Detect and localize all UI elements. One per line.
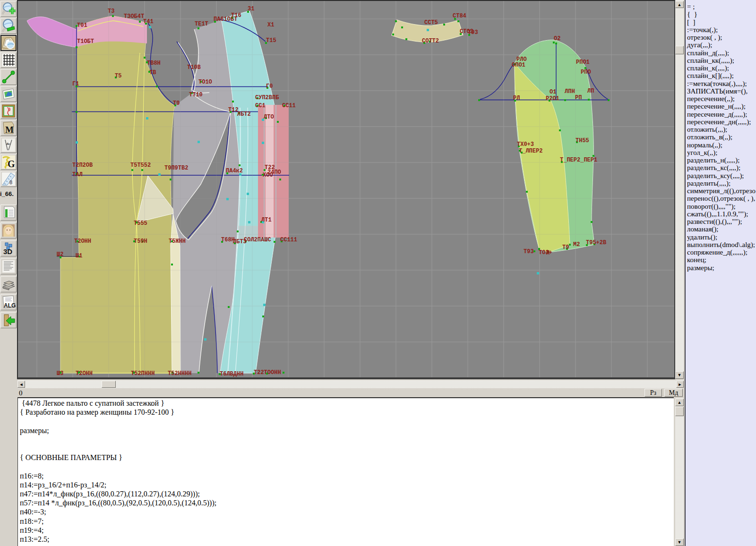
svg-text:ALG: ALG — [4, 302, 16, 309]
svg-text:M: M — [5, 125, 14, 135]
svg-text:ТВ: ТВ — [149, 69, 156, 76]
svg-text:ТЗОБ4Т: ТЗОБ4Т — [124, 13, 144, 20]
svg-text:Т5Т552: Т5Т552 — [130, 162, 151, 169]
svg-text:Т9: Т9 — [562, 244, 569, 251]
svg-text:РП: РП — [575, 94, 582, 101]
svg-text:ТХ0+3: ТХ0+3 — [517, 141, 534, 148]
svg-text:О1: О1 — [550, 89, 556, 95]
svg-text:Т10В: Т10В — [187, 64, 201, 71]
svg-text:РЛ: РЛ — [513, 95, 520, 102]
svg-text:ТВ8Н: ТВ8Н — [147, 60, 161, 67]
svg-text:ЛБТ2: ЛБТ2 — [237, 111, 251, 118]
svg-text:ОПО1: ОПО1 — [512, 62, 525, 68]
svg-text:Ш1: Ш1 — [76, 253, 82, 259]
svg-text:Т01: Т01 — [77, 22, 87, 29]
svg-text:Х1: Х1 — [267, 22, 274, 28]
svg-text:Т9: Т9 — [173, 100, 180, 107]
svg-text:СС1: СС1 — [255, 102, 266, 109]
svg-text:СС11: СС11 — [282, 102, 296, 109]
svg-text:ЛТО: ЛТО — [264, 114, 274, 120]
svg-text:СС111: СС111 — [280, 237, 297, 243]
svg-text:СОЛ2ПАШС: СОЛ2ПАШС — [244, 237, 271, 243]
svg-text:Р2О1: Р2О1 — [546, 95, 559, 102]
svg-text:ТТ10: ТТ10 — [189, 92, 203, 98]
svg-text:Т_ЛПЕР2: Т_ЛПЕР2 — [519, 148, 542, 154]
svg-text:ЛП: ЛП — [587, 88, 594, 94]
svg-text:Т93: Т93 — [468, 29, 478, 36]
svg-text:Т5ЖНН: Т5ЖНН — [169, 238, 186, 245]
svg-text:Т9П9ТВ2: Т9П9ТВ2 — [164, 165, 188, 171]
svg-text:О2: О2 — [554, 35, 560, 42]
svg-text:Т2ОНН: Т2ОНН — [74, 238, 91, 245]
svg-text:Т93: Т93 — [524, 248, 534, 255]
svg-text:G: G — [8, 159, 15, 169]
svg-text:Т2ОНН: Т2ОНН — [76, 370, 93, 377]
svg-text:Т95+2В: Т95+2В — [586, 239, 606, 246]
svg-text:РПО1: РПО1 — [576, 59, 590, 66]
svg-text:Т16: Т16 — [231, 12, 241, 19]
svg-text:СУП2ВПБ: СУП2ВПБ — [255, 94, 279, 101]
svg-text:ХОО: ХОО — [263, 172, 273, 179]
svg-text:ЛТ1: ЛТ1 — [261, 217, 272, 223]
svg-text:3D: 3D — [3, 247, 12, 256]
svg-text:Г0: Г0 — [266, 83, 273, 90]
svg-text:ЛПН: ЛПН — [565, 88, 575, 95]
svg-text:Т3: Т3 — [108, 8, 114, 15]
svg-text:Т22ТООНН: Т22ТООНН — [254, 369, 281, 376]
svg-text:Т1ОБТ: Т1ОБТ — [77, 38, 94, 45]
svg-text:ПА4к2: ПА4к2 — [226, 168, 243, 174]
svg-text:ТО3+: ТО3+ — [539, 249, 552, 256]
svg-text:СТ84: СТ84 — [453, 13, 466, 19]
svg-text:Г1: Г1 — [72, 81, 79, 87]
svg-text:ТН55: ТН55 — [576, 137, 589, 144]
svg-text:Т_ПЕР2_ПЕР1: Т_ПЕР2_ПЕР1 — [560, 157, 597, 163]
svg-text:ТЕ1Т: ТЕ1Т — [195, 21, 208, 27]
svg-text:Т2П2ОВ: Т2П2ОВ — [72, 162, 93, 169]
svg-text:Т59Н: Т59Н — [134, 238, 147, 245]
svg-text:Т5: Т5 — [115, 73, 121, 79]
svg-text:8: 8 — [9, 179, 12, 185]
svg-text:Т52НННН: Т52НННН — [168, 370, 191, 377]
svg-text:A: A — [7, 142, 9, 145]
svg-text:Т555: Т555 — [134, 220, 147, 227]
svg-text:Ш2: Ш2 — [57, 251, 63, 258]
svg-text:Т15: Т15 — [266, 37, 276, 44]
svg-text:Т52ПННН: Т52ПННН — [131, 370, 155, 377]
svg-text:ТО1О: ТО1О — [198, 79, 212, 85]
svg-text:Ш3: Ш3 — [57, 370, 63, 377]
svg-text:Т41: Т41 — [143, 18, 154, 25]
svg-text:Т6ЛВДНН: Т6ЛВДНН — [220, 371, 243, 377]
svg-text:РПО: РПО — [581, 69, 591, 76]
svg-text:31: 31 — [248, 6, 254, 12]
svg-text:ТАЛ: ТАЛ — [72, 171, 83, 178]
svg-text:М2: М2 — [573, 241, 580, 248]
svg-text:ССТ5: ССТ5 — [424, 19, 438, 26]
svg-text:СОТТ2: СОТТ2 — [422, 38, 439, 44]
svg-text:М: М — [546, 250, 550, 256]
